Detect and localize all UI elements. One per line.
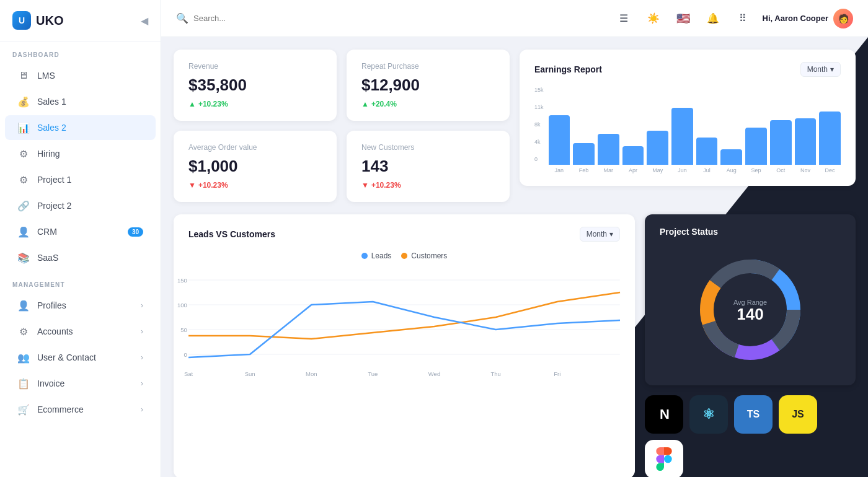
nav-item-project2[interactable]: 🔗 Project 2	[5, 193, 156, 218]
search-input[interactable]	[193, 14, 374, 23]
saas-icon: 📚	[17, 252, 30, 264]
nav-item-profiles[interactable]: 👤 Profiles ›	[5, 293, 156, 318]
svg-text:Tue: Tue	[368, 371, 378, 377]
nav-item-sales2[interactable]: 📊 Sales 2	[5, 115, 156, 140]
newcustomers-change: ▼ +10.23%	[361, 181, 495, 190]
bar-dec-rect	[819, 112, 841, 165]
nav-item-invoice[interactable]: 📋 Invoice ›	[5, 371, 156, 396]
nav-item-ecommerce[interactable]: 🛒 Ecommerce ›	[5, 397, 156, 422]
stat-card-repeat: Repeat Purchase $12,900 ▲ +20.4%	[347, 50, 510, 121]
earnings-period-dropdown[interactable]: Month ▾	[800, 62, 841, 77]
avgorder-value: $1,000	[188, 157, 322, 176]
usercontact-icon: 👥	[17, 351, 30, 364]
user-info[interactable]: Hi, Aaron Cooper 🧑	[763, 9, 853, 28]
line-chart-area: 150 100 50 0 Sat Sun Mon	[188, 268, 620, 382]
nav-label-sales1: Sales 1	[37, 97, 66, 107]
revenue-change: ▲ +10.23%	[188, 100, 322, 108]
bar-oct-label: Oct	[776, 167, 785, 173]
y-label-8k: 8k	[534, 121, 544, 128]
repeat-label: Repeat Purchase	[361, 62, 495, 71]
accounts-icon: ⚙	[17, 325, 30, 338]
bar-jul: Jul	[696, 138, 718, 173]
section-dashboard: DASHBOARD 🖥 LMS 💰 Sales 1 📊 Sales 2 ⚙ Hi…	[0, 42, 161, 271]
right-col: Project Status	[645, 214, 856, 477]
section-label-management: MANAGEMENT	[0, 271, 161, 292]
bar-nov-label: Nov	[800, 167, 810, 173]
project-status-card: Project Status	[645, 214, 856, 385]
up-arrow-icon2: ▲	[361, 100, 369, 108]
bar-mar-label: Mar	[604, 167, 614, 173]
earnings-card-header: Earnings Report Month ▾	[534, 62, 841, 77]
bar-oct-rect	[770, 120, 792, 165]
nav-label-project2: Project 2	[37, 201, 71, 211]
bar-apr: Apr	[622, 146, 644, 173]
content-inner: Revenue $35,800 ▲ +10.23% Repeat Purchas…	[174, 50, 856, 477]
stat-card-revenue: Revenue $35,800 ▲ +10.23%	[174, 50, 337, 121]
tech-logo-typescript: TS	[734, 395, 773, 434]
flag-btn[interactable]: 🇺🇸	[673, 9, 693, 28]
nav-item-lms[interactable]: 🖥 LMS	[5, 63, 156, 88]
svg-text:150: 150	[177, 278, 187, 284]
leads-period-dropdown[interactable]: Month ▾	[580, 227, 620, 242]
up-arrow-icon: ▲	[188, 100, 196, 108]
bar-jun: Jun	[671, 108, 693, 173]
earnings-chart-card: Earnings Report Month ▾ 15k 11k 8k 4k 0	[520, 50, 856, 186]
svg-text:0: 0	[184, 352, 187, 358]
bar-jul-label: Jul	[703, 167, 711, 173]
svg-text:Sun: Sun	[245, 371, 255, 377]
donut-wrap: Avg Range 140	[660, 247, 841, 373]
svg-text:Sat: Sat	[184, 371, 193, 377]
svg-text:Thu: Thu	[490, 371, 500, 377]
nav-item-usercontact[interactable]: 👥 User & Contact ›	[5, 345, 156, 370]
y-label-0: 0	[534, 156, 544, 162]
avgorder-label: Average Order value	[188, 143, 322, 152]
nav-label-ecommerce: Ecommerce	[37, 405, 84, 414]
top-row: Revenue $35,800 ▲ +10.23% Repeat Purchas…	[174, 50, 856, 202]
hiring-icon: ⚙	[17, 147, 30, 160]
notification-btn[interactable]: 🔔	[703, 9, 723, 28]
accounts-arrow-icon: ›	[141, 327, 143, 336]
svg-text:100: 100	[177, 302, 187, 309]
bar-sep-rect	[745, 128, 767, 165]
stat-card-avgorder: Average Order value $1,000 ▼ +10.23%	[174, 131, 337, 202]
svg-text:50: 50	[180, 327, 187, 333]
menu-icon-btn[interactable]: ☰	[614, 9, 634, 28]
nav-item-hiring[interactable]: ⚙ Hiring	[5, 141, 156, 166]
sidebar-logo: U UKO ◀	[0, 0, 161, 42]
bar-jan-label: Jan	[555, 167, 564, 173]
nav-label-usercontact: User & Contact	[37, 352, 96, 362]
leads-dropdown-arrow-icon: ▾	[609, 230, 613, 239]
legend-customers: Customers	[401, 252, 447, 260]
theme-toggle-btn[interactable]: ☀️	[644, 9, 663, 28]
bar-dec: Dec	[819, 112, 841, 173]
bar-mar-rect	[598, 134, 619, 165]
user-greeting-text: Hi, Aaron Cooper	[763, 14, 828, 23]
stat-card-newcustomers: New Customers 143 ▼ +10.23%	[347, 131, 510, 202]
dropdown-arrow-icon: ▾	[830, 65, 834, 74]
nav-item-project1[interactable]: ⚙ Project 1	[5, 167, 156, 192]
sales1-icon: 💰	[17, 95, 30, 108]
apps-btn[interactable]: ⠿	[733, 9, 753, 28]
sales2-icon: 📊	[17, 121, 30, 134]
bar-oct: Oct	[770, 120, 792, 173]
sun-icon: ☀️	[647, 12, 660, 24]
bar-feb: Feb	[573, 143, 595, 173]
nav-item-sales1[interactable]: 💰 Sales 1	[5, 89, 156, 114]
tech-logo-javascript: JS	[779, 395, 817, 434]
chart-legend: Leads Customers	[188, 252, 620, 260]
project-title: Project Status	[660, 227, 718, 237]
nav-item-crm[interactable]: 👤 CRM 30	[5, 219, 156, 244]
nav-item-saas[interactable]: 📚 SaaS	[5, 245, 156, 270]
bar-dec-label: Dec	[825, 167, 835, 173]
collapse-button[interactable]: ◀	[141, 15, 148, 27]
svg-text:Wed: Wed	[428, 371, 440, 377]
bar-aug-label: Aug	[727, 167, 737, 173]
crm-badge: 30	[128, 227, 143, 237]
project2-icon: 🔗	[17, 199, 30, 212]
nav-label-hiring: Hiring	[37, 149, 60, 159]
nav-item-accounts[interactable]: ⚙ Accounts ›	[5, 319, 156, 344]
bar-feb-rect	[573, 143, 595, 165]
avgorder-change: ▼ +10.23%	[188, 181, 322, 190]
tech-logo-react: ⚛	[689, 395, 728, 434]
bar-sep: Sep	[745, 128, 767, 173]
